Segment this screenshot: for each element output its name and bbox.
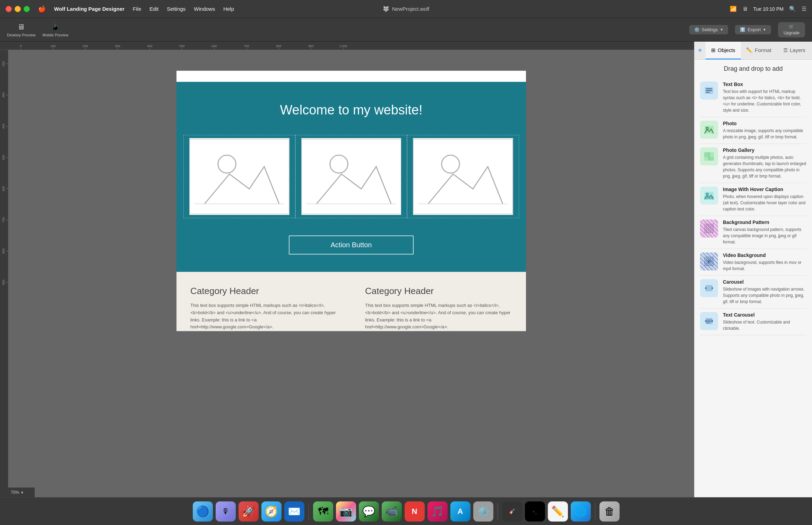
dock-maps[interactable]: 🗺 <box>313 501 333 522</box>
object-item-text-box[interactable]: Text Box Text box with support for HTML … <box>700 78 806 117</box>
dock-separator-1 <box>309 503 309 520</box>
object-item-carousel[interactable]: Carousel Slideshow of images with naviga… <box>700 276 806 309</box>
wifi-icon: 📶 <box>730 6 737 12</box>
object-item-photo[interactable]: Photo A resizable image, supports any co… <box>700 117 806 144</box>
svg-rect-18 <box>708 157 714 161</box>
help-menu[interactable]: Help <box>223 6 234 12</box>
ruler-top: 0 100 200 300 400 500 600 700 800 900 1,… <box>0 42 694 50</box>
category-col-2: Category Header This text box supports s… <box>351 286 526 331</box>
zoom-indicator[interactable]: 70% ▼ <box>0 488 35 497</box>
app-name[interactable]: Wolf Landing Page Designer <box>54 6 124 12</box>
minimize-button[interactable] <box>15 6 21 12</box>
display-icon: 🖥 <box>742 6 748 12</box>
image-cell-3[interactable] <box>407 135 519 218</box>
desktop-preview-button[interactable]: 🖥 Desktop Preview <box>7 23 36 37</box>
canvas-content: Welcome to my website! <box>8 50 694 352</box>
image-placeholder-2[interactable] <box>301 138 401 215</box>
dock-music[interactable]: 🎵 <box>427 501 448 522</box>
dock-siri[interactable]: 🎙 <box>216 501 236 522</box>
image-cell-1[interactable] <box>183 135 295 218</box>
image-placeholder-3[interactable] <box>413 138 513 215</box>
window-title: 🐺 NewProject.wolf <box>383 6 430 12</box>
dock-news[interactable]: N <box>405 501 425 522</box>
tab-layers[interactable]: ☰ Layers <box>777 42 812 59</box>
windows-menu[interactable]: Windows <box>194 6 215 12</box>
dock-prefs[interactable]: ⚙️ <box>473 501 493 522</box>
category-headers: Category Header This text box supports s… <box>176 286 526 331</box>
dock-finder[interactable]: 🔵 <box>193 501 213 522</box>
svg-rect-3 <box>302 139 401 214</box>
dock-facetime[interactable]: 📹 <box>382 501 402 522</box>
add-tab-button[interactable]: + <box>694 42 706 59</box>
image-cell-2[interactable] <box>295 135 407 218</box>
settings-button[interactable]: ⚙️ Settings ▼ <box>689 25 728 34</box>
apple-menu[interactable]: 🍎 <box>38 5 46 13</box>
file-menu[interactable]: File <box>133 6 141 12</box>
right-panel: + ⊞ Objects ✏️ Format ☰ Layers Drag and … <box>694 42 812 497</box>
text-box-title: Text Box <box>723 81 806 87</box>
canvas-area: 0 100 200 300 400 500 600 700 800 900 1,… <box>0 42 694 497</box>
svg-rect-27 <box>706 285 712 291</box>
ruler-markings: 0 100 200 300 400 500 600 700 800 900 1,… <box>17 42 694 50</box>
text-box-desc: Text box with support for HTML markup sy… <box>723 88 806 113</box>
photo-gallery-description: Photo Gallery A grid containing multiple… <box>723 147 806 179</box>
maximize-button[interactable] <box>24 6 30 12</box>
menu-icon[interactable]: ☰ <box>802 6 806 12</box>
dock-launchpad[interactable]: 🚀 <box>239 501 259 522</box>
search-icon[interactable]: 🔍 <box>789 6 796 12</box>
dock-appstore[interactable]: A <box>450 501 470 522</box>
system-status-area: 📶 🖥 Tue 10:10 PM 🔍 ☰ <box>730 6 806 12</box>
export-button[interactable]: ⬆️ Export ▼ <box>735 25 771 34</box>
mobile-icon: 📱 <box>51 23 60 32</box>
edit-menu[interactable]: Edit <box>149 6 158 12</box>
tab-objects[interactable]: ⊞ Objects <box>706 42 741 59</box>
photo-gallery-icon <box>700 147 718 165</box>
settings-menu[interactable]: Settings <box>167 6 185 12</box>
settings-chevron: ▼ <box>720 28 724 32</box>
svg-rect-30 <box>706 318 712 324</box>
category-header-2: Category Header <box>365 286 512 296</box>
dock-photos[interactable]: 📷 <box>336 501 356 522</box>
dock-trash[interactable]: 🗑 <box>599 501 620 522</box>
svg-rect-16 <box>708 152 714 157</box>
object-item-photo-gallery[interactable]: Photo Gallery A grid containing multiple… <box>700 144 806 183</box>
mobile-preview-button[interactable]: 📱 Mobile Preview <box>43 23 69 37</box>
object-item-video-bg[interactable]: Video Background Video background, suppo… <box>700 249 806 276</box>
image-grid <box>183 135 519 218</box>
settings-icon: ⚙️ <box>694 27 700 32</box>
photo-gallery-title: Photo Gallery <box>723 147 806 153</box>
dock: 🔵 🎙 🚀 🧭 ✉️ 🗺 📷 💬 📹 N 🎵 A ⚙️ 🎸 ›_ ✏️ 🌐 🗑 <box>0 497 812 525</box>
carousel-icon <box>700 279 718 297</box>
image-hover-icon <box>700 187 718 205</box>
toolbar: 🖥 Desktop Preview 📱 Mobile Preview ⚙️ Se… <box>0 18 812 42</box>
zoom-value: 70% <box>11 490 19 495</box>
traffic-lights <box>6 6 30 12</box>
dock-browser[interactable]: 🌐 <box>571 501 591 522</box>
canvas-scroll[interactable]: Welcome to my website! <box>8 50 694 488</box>
category-text-2: This text box supports simple HTML marku… <box>365 302 512 331</box>
photo-icon <box>700 121 718 139</box>
video-bg-title: Video Background <box>723 252 806 258</box>
action-button[interactable]: Action Button <box>289 235 414 255</box>
action-button-wrapper: Action Button <box>183 235 519 255</box>
upgrade-button[interactable]: 🛒 Upgrade <box>778 22 805 37</box>
zoom-chevron: ▼ <box>20 491 24 494</box>
dock-editor[interactable]: ✏️ <box>548 501 568 522</box>
video-bg-icon <box>700 252 718 270</box>
clock: Tue 10:10 PM <box>753 6 784 12</box>
dock-separator-2 <box>498 503 498 520</box>
image-placeholder-1[interactable] <box>189 138 290 215</box>
object-item-text-carousel[interactable]: Text Carousel Slideshow of text. Customi… <box>700 309 806 335</box>
dock-terminal[interactable]: ›_ <box>525 501 545 522</box>
dock-mail[interactable]: ✉️ <box>284 501 304 522</box>
object-item-image-hover[interactable]: Image With Hover Caption Photo, when hov… <box>700 183 806 216</box>
close-button[interactable] <box>6 6 12 12</box>
dock-safari[interactable]: 🧭 <box>261 501 282 522</box>
svg-rect-13 <box>705 126 714 134</box>
dock-ukelele[interactable]: 🎸 <box>502 501 522 522</box>
object-item-bg-pattern[interactable]: Background Pattern Tiled canvas backgrou… <box>700 216 806 249</box>
tab-format[interactable]: ✏️ Format <box>741 42 776 59</box>
file-icon: 🐺 <box>383 6 389 12</box>
photo-title: Photo <box>723 121 806 126</box>
dock-messages[interactable]: 💬 <box>359 501 379 522</box>
